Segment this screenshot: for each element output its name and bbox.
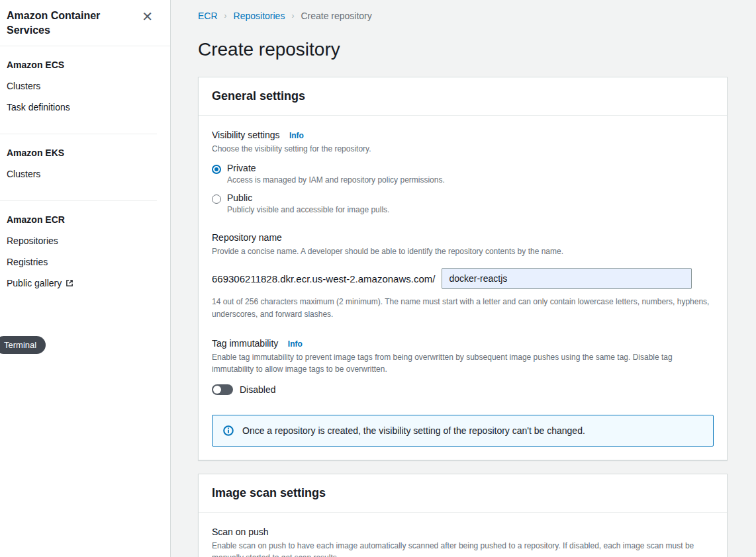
info-circle-icon: [223, 425, 234, 436]
visibility-radio-group: Private Access is managed by IAM and rep…: [212, 163, 714, 214]
radio-public-label: Public: [227, 193, 389, 203]
tag-immutability-label: Tag immutability: [212, 338, 278, 349]
radio-public-description: Publicly visible and accessible for imag…: [227, 205, 389, 214]
page-title: Create repository: [198, 39, 728, 60]
image-scan-settings-header: Image scan settings: [199, 474, 727, 513]
repository-name-row: 669306211828.dkr.ecr.us-west-2.amazonaws…: [212, 268, 714, 289]
general-settings-card: General settings Visibility settings Inf…: [198, 77, 728, 460]
sidebar-section-ecs: Amazon ECS Clusters Task definitions: [0, 46, 170, 134]
visibility-settings-label: Visibility settings: [212, 130, 279, 140]
sidebar-item-task-definitions[interactable]: Task definitions: [7, 97, 164, 118]
scan-on-push-group: Scan on push Enable scan on push to have…: [212, 526, 714, 557]
repository-name-description: Provide a concise name. A developer shou…: [212, 245, 714, 257]
breadcrumb-current: Create repository: [301, 11, 371, 21]
radio-private-label: Private: [227, 163, 445, 173]
breadcrumb-separator-icon: ›: [224, 11, 227, 21]
tag-immutability-toggle-row: Disabled: [212, 384, 714, 395]
sidebar-section-ecr: Amazon ECR Repositories Registries Publi…: [0, 201, 170, 310]
breadcrumb-ecr[interactable]: ECR: [198, 11, 218, 21]
tag-immutability-toggle[interactable]: [212, 384, 233, 395]
radio-option-private[interactable]: Private Access is managed by IAM and rep…: [212, 163, 714, 185]
main-content: ECR › Repositories › Create repository C…: [171, 0, 756, 557]
general-settings-title: General settings: [212, 89, 714, 103]
radio-option-public[interactable]: Public Publicly visible and accessible f…: [212, 193, 714, 214]
sidebar-item-repositories[interactable]: Repositories: [7, 230, 164, 251]
sidebar-heading-ecs: Amazon ECS: [7, 60, 164, 70]
scan-on-push-description: Enable scan on push to have each image a…: [212, 540, 714, 557]
sidebar-heading-ecr: Amazon ECR: [7, 214, 164, 225]
breadcrumb: ECR › Repositories › Create repository: [198, 11, 728, 21]
external-link-icon: [66, 278, 73, 289]
breadcrumb-repositories[interactable]: Repositories: [234, 11, 285, 21]
sidebar-title: Amazon Container Services: [7, 9, 119, 37]
image-scan-settings-card: Image scan settings Scan on push Enable …: [198, 474, 728, 557]
visibility-settings-description: Choose the visibility setting for the re…: [212, 143, 714, 155]
general-settings-header: General settings: [199, 77, 727, 116]
radio-private-description: Access is managed by IAM and repository …: [227, 175, 445, 185]
tag-immutability-info-link[interactable]: Info: [288, 339, 303, 349]
repository-name-input[interactable]: [442, 268, 692, 289]
repository-name-constraint: 14 out of 256 characters maximum (2 mini…: [212, 296, 714, 320]
repository-name-group: Repository name Provide a concise name. …: [212, 232, 714, 320]
radio-unselected-icon[interactable]: [212, 194, 221, 204]
repository-uri-prefix: 669306211828.dkr.ecr.us-west-2.amazonaws…: [212, 273, 435, 284]
sidebar-item-public-gallery[interactable]: Public gallery: [7, 273, 164, 294]
sidebar-item-label: Public gallery: [7, 278, 62, 288]
terminal-badge[interactable]: Terminal: [0, 336, 46, 354]
repository-name-label: Repository name: [212, 232, 282, 243]
sidebar-item-clusters-eks[interactable]: Clusters: [7, 163, 164, 185]
sidebar-header: Amazon Container Services ✕: [0, 0, 170, 46]
sidebar-section-eks: Amazon EKS Clusters: [0, 134, 170, 200]
visibility-settings-group: Visibility settings Info Choose the visi…: [212, 129, 714, 214]
general-settings-body: Visibility settings Info Choose the visi…: [199, 116, 727, 460]
sidebar-item-clusters-ecs[interactable]: Clusters: [7, 75, 164, 97]
close-icon[interactable]: ✕: [139, 9, 156, 24]
image-scan-settings-body: Scan on push Enable scan on push to have…: [199, 513, 727, 557]
tag-immutability-toggle-label: Disabled: [240, 384, 275, 395]
alert-text: Once a repository is created, the visibi…: [242, 425, 585, 436]
sidebar: Amazon Container Services ✕ Amazon ECS C…: [0, 0, 171, 557]
visibility-info-alert: Once a repository is created, the visibi…: [212, 415, 714, 447]
breadcrumb-separator-icon: ›: [291, 11, 294, 21]
radio-selected-icon[interactable]: [212, 165, 221, 174]
image-scan-settings-title: Image scan settings: [212, 486, 714, 500]
scan-on-push-label: Scan on push: [212, 527, 269, 537]
sidebar-heading-eks: Amazon EKS: [7, 148, 164, 158]
tag-immutability-description: Enable tag immutability to prevent image…: [212, 351, 714, 375]
sidebar-item-registries[interactable]: Registries: [7, 251, 164, 273]
tag-immutability-group: Tag immutability Info Enable tag immutab…: [212, 337, 714, 395]
visibility-info-link[interactable]: Info: [289, 131, 304, 140]
